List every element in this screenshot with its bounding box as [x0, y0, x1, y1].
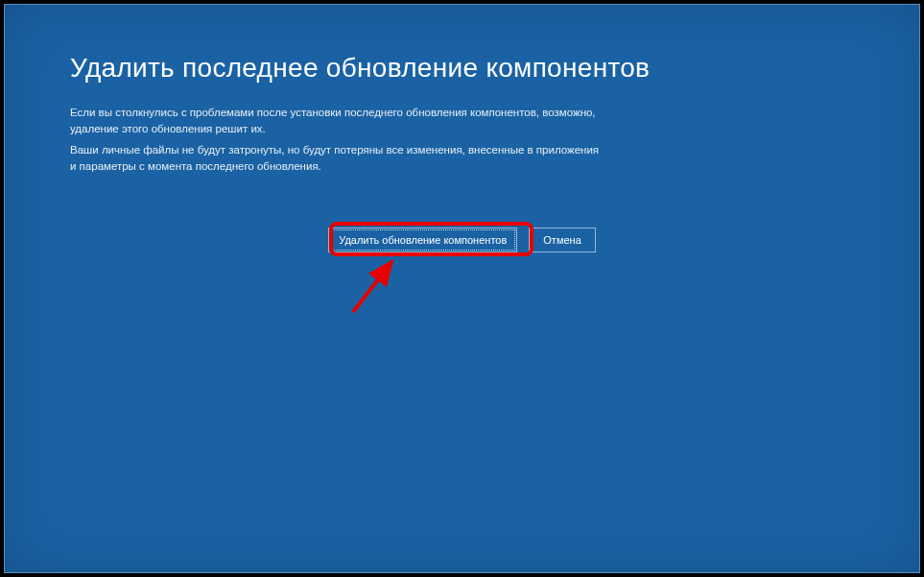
- dialog-description-2: Ваши личные файлы не будут затронуты, но…: [70, 142, 607, 176]
- remove-feature-update-button[interactable]: Удалить обновление компонентов: [328, 228, 517, 252]
- svg-line-1: [353, 262, 391, 312]
- cancel-button[interactable]: Отмена: [529, 228, 595, 252]
- button-row: Удалить обновление компонентов Отмена: [70, 228, 854, 252]
- dialog-content: Удалить последнее обновление компонентов…: [70, 53, 854, 175]
- dialog-title: Удалить последнее обновление компонентов: [70, 53, 854, 84]
- dialog-description-1: Если вы столкнулись с проблемами после у…: [70, 105, 607, 138]
- recovery-dialog-window: Удалить последнее обновление компонентов…: [4, 4, 920, 573]
- annotation-arrow: [339, 245, 435, 322]
